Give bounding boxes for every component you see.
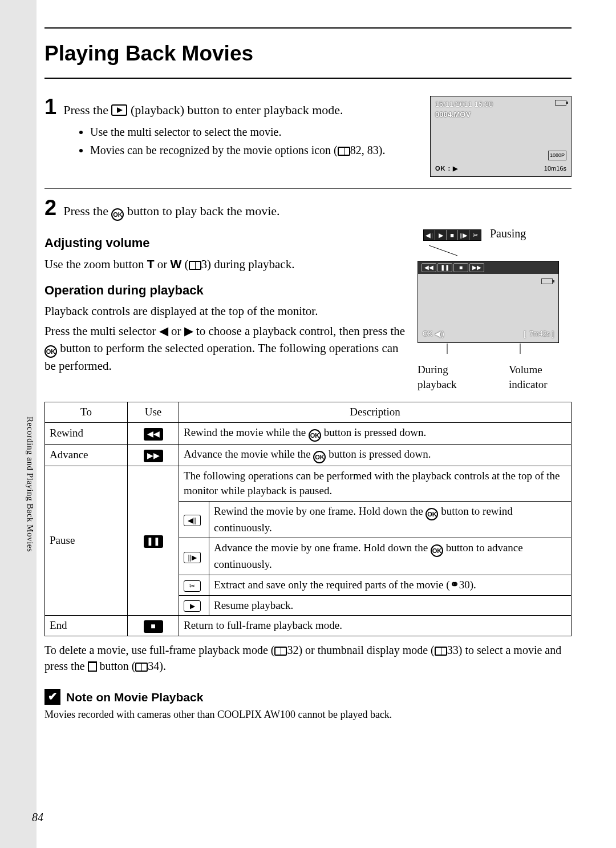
page-ref-icon: [338, 147, 350, 156]
step-1-bullet-1: Use the multi selector to select the mov…: [90, 124, 423, 140]
annot-during-playback: During playback: [418, 362, 480, 393]
svg-line-0: [429, 245, 457, 256]
page-ref-icon: [189, 261, 201, 270]
ok-button-icon: OK: [309, 429, 321, 442]
operation-p1: Playback controls are displayed at the t…: [44, 303, 408, 320]
stop-icon: ■: [144, 620, 163, 633]
toolbar-cut-icon: ✂: [469, 230, 481, 240]
row-rewind-to: Rewind: [45, 422, 128, 444]
adjusting-volume-text: Use the zoom button T or W (3) during pl…: [44, 256, 408, 273]
note-check-icon: ✔: [44, 689, 60, 705]
playback-time: [ 7m42s ]: [524, 329, 554, 339]
camera-duration: 10m16s: [544, 164, 566, 173]
top-rule: [44, 27, 572, 29]
page-ref-icon: [274, 647, 287, 656]
resume-play-icon: ▶: [184, 600, 201, 612]
operation-head: Operation during playback: [44, 282, 408, 300]
row-end-desc: Return to full-frame playback mode.: [179, 616, 572, 636]
row-advance-desc: Advance the movie while the OK button is…: [179, 444, 572, 466]
toolbar-diagram: ◀|| ▶ ■ ||▶ ✂ Pausing: [423, 225, 572, 261]
step-2: 2 Press the OK button to play back the m…: [44, 197, 572, 393]
th-use: Use: [128, 402, 179, 422]
advance-icon: ▶▶: [144, 450, 163, 462]
row-rewind-use: ◀◀: [128, 422, 179, 444]
step-2-number: 2: [44, 197, 56, 219]
step-1-number: 1: [44, 96, 56, 118]
ctrl-rewind-icon: ◀◀: [422, 263, 436, 272]
pausing-label: Pausing: [490, 227, 526, 240]
toolbar-play-icon: ▶: [435, 230, 447, 240]
sub-extract-use: ✂: [179, 575, 209, 595]
camera-screenshot-2: ◀◀ ❚❚ ■ ▶▶ OK ◀)) [ 7m42s ]: [418, 261, 559, 343]
operations-table: To Use Description Rewind ◀◀ Rewind the …: [44, 402, 572, 636]
page-number: 84: [32, 809, 43, 825]
page-ref-icon: [435, 647, 447, 656]
sub-frame-advance-desc: Advance the movie by one frame. Hold dow…: [209, 538, 572, 575]
toolbar-icons: ◀|| ▶ ■ ||▶ ✂: [423, 229, 481, 241]
ctrl-pause-icon: ❚❚: [437, 263, 452, 272]
page-title: Playing Back Movies: [44, 39, 572, 68]
trash-icon: [88, 661, 97, 672]
toolbar-frame-rewind-icon: ◀||: [424, 230, 435, 240]
row-advance-use: ▶▶: [128, 444, 179, 466]
resolution-badge: 1080P: [548, 151, 566, 160]
operation-p2: Press the multi selector ◀ or ▶ to choos…: [44, 323, 408, 374]
camera-date: 15/11/2011 15:30: [435, 100, 566, 110]
sub-resume-use: ▶: [179, 595, 209, 616]
sub-resume-desc: Resume playback.: [209, 595, 572, 616]
chain-link-icon: ⚭: [450, 579, 459, 591]
pause-icon: ❚❚: [144, 535, 163, 548]
leader-lines-2: [423, 344, 572, 355]
step-1-title: Press the (playback) button to enter pla…: [63, 102, 343, 119]
leader-line: [423, 245, 497, 257]
title-rule: [44, 78, 572, 79]
row-pause-intro: The following operations can be performe…: [179, 466, 572, 501]
side-section-label: Recording and Playing Back Movies: [24, 417, 36, 552]
ok-button-icon: OK: [425, 508, 438, 520]
th-to: To: [45, 402, 128, 422]
toolbar-stop-icon: ■: [447, 230, 458, 240]
ok-play-label: OK : ▶: [435, 164, 458, 173]
sub-frame-rewind-use: ◀||: [179, 501, 209, 538]
extract-icon: ✂: [184, 580, 201, 592]
camera-filename: 0004.MOV: [435, 110, 566, 120]
row-end-to: End: [45, 616, 128, 636]
sub-frame-advance-use: ||▶: [179, 538, 209, 575]
note-body: Movies recorded with cameras other than …: [44, 708, 572, 722]
ctrl-advance-icon: ▶▶: [469, 263, 484, 272]
row-end-use: ■: [128, 616, 179, 636]
page-ref-icon: [135, 663, 148, 672]
after-table-paragraph: To delete a movie, use full-frame playba…: [44, 642, 572, 674]
battery-icon: [555, 100, 566, 106]
rewind-icon: ◀◀: [144, 428, 163, 441]
th-desc: Description: [179, 402, 572, 422]
ctrl-stop-icon: ■: [453, 263, 468, 272]
row-pause-to: Pause: [45, 466, 128, 616]
ok-button-icon: OK: [44, 345, 57, 358]
ok-button-icon: OK: [431, 544, 443, 557]
row-pause-use: ❚❚: [128, 466, 179, 616]
sub-frame-rewind-desc: Rewind the movie by one frame. Hold down…: [209, 501, 572, 538]
row-rewind-desc: Rewind the movie while the OK button is …: [179, 422, 572, 444]
adjusting-volume-head: Adjusting volume: [44, 235, 408, 252]
sub-extract-desc: Extract and save only the required parts…: [209, 575, 572, 595]
camera-screenshot-1: 15/11/2011 15:30 0004.MOV 1080P OK : ▶ 1…: [430, 96, 572, 177]
ok-button-icon: OK: [111, 208, 124, 221]
annot-volume-indicator: Volume indicator: [509, 362, 572, 393]
frame-advance-icon: ||▶: [184, 552, 201, 563]
frame-rewind-icon: ◀||: [184, 515, 201, 526]
note-heading: ✔ Note on Movie Playback: [44, 689, 572, 705]
step-1: 1 Press the (playback) button to enter p…: [44, 96, 572, 189]
playback-status-icons: OK ◀)): [423, 329, 444, 339]
toolbar-frame-advance-icon: ||▶: [458, 230, 469, 240]
ok-button-icon: OK: [313, 451, 326, 463]
step-1-bullet-2: Movies can be recognized by the movie op…: [90, 142, 423, 158]
playback-icon: [111, 104, 127, 116]
step-2-title: Press the OK button to play back the mov…: [63, 203, 279, 221]
battery-icon: [541, 278, 553, 284]
row-advance-to: Advance: [45, 444, 128, 466]
